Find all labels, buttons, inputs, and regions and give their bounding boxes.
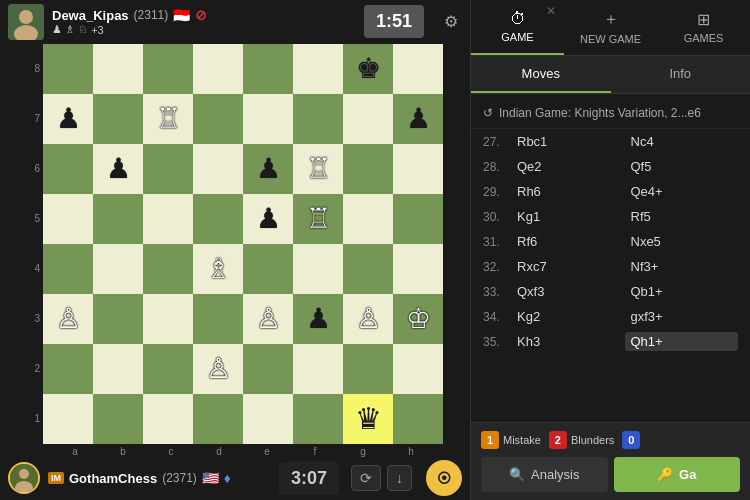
square-g8[interactable]: ♚ (343, 44, 393, 94)
square-d1[interactable] (193, 394, 243, 444)
square-h4[interactable] (393, 244, 443, 294)
us-flag-icon: 🇺🇸 (202, 470, 219, 486)
square-f5[interactable]: ♖ (293, 194, 343, 244)
square-f8[interactable] (293, 44, 343, 94)
move-33-white[interactable]: Qxf3 (511, 282, 625, 301)
square-f4[interactable] (293, 244, 343, 294)
square-d8[interactable] (193, 44, 243, 94)
square-h1[interactable] (393, 394, 443, 444)
square-e2[interactable] (243, 344, 293, 394)
bottom-player-name: IM GothamChess (2371) 🇺🇸 ♦ (48, 470, 271, 486)
nav-new-game[interactable]: ＋ NEW GAME (564, 0, 657, 55)
square-c1[interactable] (143, 394, 193, 444)
tab-info[interactable]: Info (611, 56, 751, 93)
square-f1[interactable] (293, 394, 343, 444)
square-a4[interactable] (43, 244, 93, 294)
move-32-black[interactable]: Nf3+ (625, 257, 739, 276)
square-e6[interactable]: ♟ (243, 144, 293, 194)
square-f6[interactable]: ♖ (293, 144, 343, 194)
square-f2[interactable] (293, 344, 343, 394)
square-g2[interactable] (343, 344, 393, 394)
square-c4[interactable] (143, 244, 193, 294)
square-e1[interactable] (243, 394, 293, 444)
mistake-badge: 1 Mistake (481, 431, 541, 449)
move-35-black[interactable]: Qh1+ (625, 332, 739, 351)
tab-moves[interactable]: Moves (471, 56, 611, 93)
square-b1[interactable] (93, 394, 143, 444)
square-f7[interactable] (293, 94, 343, 144)
game-button[interactable]: 🔑 Ga (614, 457, 741, 492)
square-e8[interactable] (243, 44, 293, 94)
square-d2[interactable]: ♙ (193, 344, 243, 394)
square-d5[interactable] (193, 194, 243, 244)
move-35-white[interactable]: Kh3 (511, 332, 625, 351)
move-30-black[interactable]: Rf5 (625, 207, 739, 226)
square-d6[interactable] (193, 144, 243, 194)
square-a8[interactable] (43, 44, 93, 94)
square-e7[interactable] (243, 94, 293, 144)
move-32-white[interactable]: Rxc7 (511, 257, 625, 276)
move-31-black[interactable]: Nxe5 (625, 232, 739, 251)
move-27-black[interactable]: Nc4 (625, 132, 739, 151)
square-g7[interactable] (343, 94, 393, 144)
square-b5[interactable] (93, 194, 143, 244)
settings-button[interactable]: ⚙ (440, 8, 462, 35)
move-30-white[interactable]: Kg1 (511, 207, 625, 226)
square-h2[interactable] (393, 344, 443, 394)
move-28-black[interactable]: Qf5 (625, 157, 739, 176)
square-h3[interactable]: ♔ (393, 294, 443, 344)
square-a2[interactable] (43, 344, 93, 394)
square-f3[interactable]: ♟ (293, 294, 343, 344)
move-34-white[interactable]: Kg2 (511, 307, 625, 326)
square-g5[interactable] (343, 194, 393, 244)
square-c3[interactable] (143, 294, 193, 344)
move-31-white[interactable]: Rf6 (511, 232, 625, 251)
other-badge: 0 (622, 431, 640, 449)
download-button[interactable]: ↓ (387, 465, 412, 491)
square-b8[interactable] (93, 44, 143, 94)
white-bishop-d4: ♗ (206, 255, 231, 283)
square-g3[interactable]: ♙ (343, 294, 393, 344)
square-a7[interactable]: ♟ (43, 94, 93, 144)
nav-game[interactable]: ⏱ GAME ✕ (471, 0, 564, 55)
square-d3[interactable] (193, 294, 243, 344)
square-h8[interactable] (393, 44, 443, 94)
square-c2[interactable] (143, 344, 193, 394)
square-a1[interactable] (43, 394, 93, 444)
square-d7[interactable] (193, 94, 243, 144)
analysis-button[interactable]: 🔍 Analysis (481, 457, 608, 492)
square-b4[interactable] (93, 244, 143, 294)
square-c8[interactable] (143, 44, 193, 94)
chess-board[interactable]: ♚ ♟ ♖ ♟ ♟ ♟ ♖ (43, 44, 443, 444)
square-b2[interactable] (93, 344, 143, 394)
move-27-white[interactable]: Rbc1 (511, 132, 625, 151)
moves-panel[interactable]: ↺ Indian Game: Knights Variation, 2...e6… (471, 94, 750, 422)
square-g1[interactable]: ♛ (343, 394, 393, 444)
square-h5[interactable] (393, 194, 443, 244)
close-icon[interactable]: ✕ (546, 4, 556, 18)
move-29-black[interactable]: Qe4+ (625, 182, 739, 201)
move-33-black[interactable]: Qb1+ (625, 282, 739, 301)
square-e3[interactable]: ♙ (243, 294, 293, 344)
square-h7[interactable]: ♟ (393, 94, 443, 144)
square-g4[interactable] (343, 244, 393, 294)
square-a5[interactable] (43, 194, 93, 244)
square-c6[interactable] (143, 144, 193, 194)
move-34-black[interactable]: gxf3+ (625, 307, 739, 326)
nav-games[interactable]: ⊞ GAMES (657, 0, 750, 55)
square-e4[interactable] (243, 244, 293, 294)
square-b7[interactable] (93, 94, 143, 144)
square-a6[interactable] (43, 144, 93, 194)
square-g6[interactable] (343, 144, 393, 194)
square-b6[interactable]: ♟ (93, 144, 143, 194)
square-h6[interactable] (393, 144, 443, 194)
square-e5[interactable]: ♟ (243, 194, 293, 244)
move-28-white[interactable]: Qe2 (511, 157, 625, 176)
square-a3[interactable]: ♙ (43, 294, 93, 344)
sync-button[interactable]: ⟳ (351, 465, 381, 491)
square-c7[interactable]: ♖ (143, 94, 193, 144)
square-b3[interactable] (93, 294, 143, 344)
move-29-white[interactable]: Rh6 (511, 182, 625, 201)
square-c5[interactable] (143, 194, 193, 244)
square-d4[interactable]: ♗ (193, 244, 243, 294)
